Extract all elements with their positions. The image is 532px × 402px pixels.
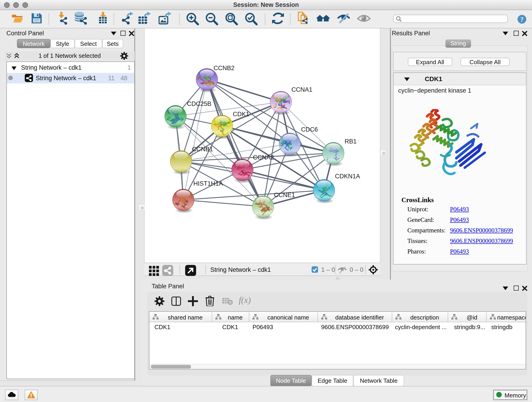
svg-text:CDKN1A: CDKN1A <box>335 173 360 180</box>
svg-text:CDC25B: CDC25B <box>187 100 211 107</box>
svg-text:CCNA1: CCNA1 <box>291 86 312 93</box>
svg-text:CDK1: CDK1 <box>233 111 249 118</box>
svg-text:CCNB1: CCNB1 <box>192 146 213 153</box>
svg-text:HIST1H1A: HIST1H1A <box>193 180 223 187</box>
svg-text:CDC6: CDC6 <box>301 126 318 133</box>
svg-text:?: ? <box>520 15 524 23</box>
svg-text:RB1: RB1 <box>345 138 357 145</box>
svg-text:CCNA2: CCNA2 <box>253 154 274 161</box>
svg-text:CCNE1: CCNE1 <box>274 191 295 198</box>
svg-text:CCNB2: CCNB2 <box>214 65 234 71</box>
